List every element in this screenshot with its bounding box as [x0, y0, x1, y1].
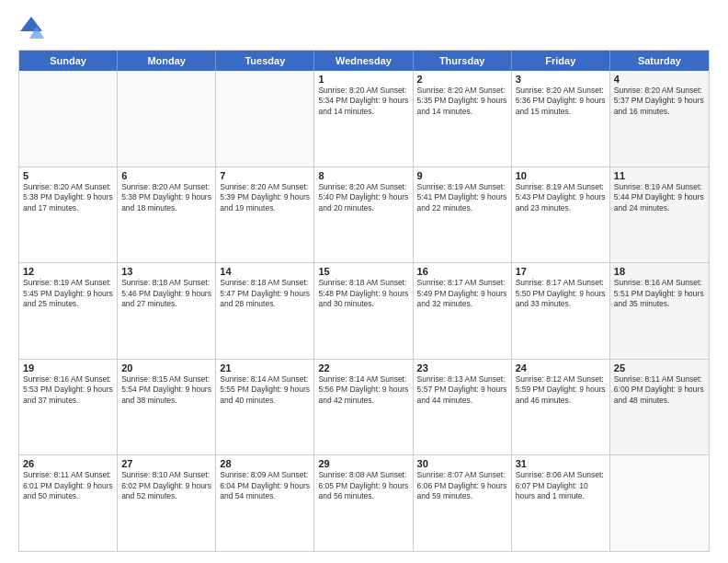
- day-info: Sunrise: 8:19 AM Sunset: 5:45 PM Dayligh…: [23, 278, 113, 309]
- day-number: 7: [220, 170, 310, 181]
- day-cell-8: 8Sunrise: 8:20 AM Sunset: 5:40 PM Daylig…: [314, 167, 413, 263]
- day-info: Sunrise: 8:16 AM Sunset: 5:53 PM Dayligh…: [23, 374, 113, 406]
- day-info: Sunrise: 8:20 AM Sunset: 5:38 PM Dayligh…: [121, 182, 211, 213]
- day-number: 18: [614, 266, 705, 277]
- day-cell-20: 20Sunrise: 8:15 AM Sunset: 5:54 PM Dayli…: [118, 360, 216, 455]
- day-cell-16: 16Sunrise: 8:17 AM Sunset: 5:49 PM Dayli…: [414, 263, 512, 359]
- day-cell-27: 27Sunrise: 8:10 AM Sunset: 6:02 PM Dayli…: [118, 455, 216, 551]
- header-day-monday: Monday: [118, 51, 216, 71]
- day-info: Sunrise: 8:17 AM Sunset: 5:49 PM Dayligh…: [417, 278, 507, 309]
- day-number: 3: [516, 74, 606, 85]
- day-cell-30: 30Sunrise: 8:07 AM Sunset: 6:06 PM Dayli…: [414, 455, 512, 551]
- day-info: Sunrise: 8:19 AM Sunset: 5:44 PM Dayligh…: [614, 182, 705, 213]
- day-info: Sunrise: 8:14 AM Sunset: 5:55 PM Dayligh…: [220, 374, 310, 406]
- logo: [18, 15, 48, 40]
- empty-cell: [118, 71, 216, 167]
- day-info: Sunrise: 8:17 AM Sunset: 5:50 PM Dayligh…: [516, 278, 606, 309]
- day-info: Sunrise: 8:18 AM Sunset: 5:46 PM Dayligh…: [121, 278, 211, 309]
- day-info: Sunrise: 8:16 AM Sunset: 5:51 PM Dayligh…: [614, 278, 705, 309]
- calendar: SundayMondayTuesdayWednesdayThursdayFrid…: [18, 50, 710, 552]
- day-info: Sunrise: 8:19 AM Sunset: 5:43 PM Dayligh…: [516, 182, 606, 213]
- day-number: 29: [318, 458, 408, 469]
- day-info: Sunrise: 8:18 AM Sunset: 5:48 PM Dayligh…: [318, 278, 408, 309]
- empty-cell: [19, 71, 118, 167]
- calendar-body: 1Sunrise: 8:20 AM Sunset: 5:34 PM Daylig…: [19, 71, 709, 551]
- day-number: 30: [417, 458, 507, 469]
- day-info: Sunrise: 8:11 AM Sunset: 6:01 PM Dayligh…: [23, 470, 113, 501]
- day-cell-12: 12Sunrise: 8:19 AM Sunset: 5:45 PM Dayli…: [19, 263, 118, 359]
- day-cell-26: 26Sunrise: 8:11 AM Sunset: 6:01 PM Dayli…: [19, 455, 118, 551]
- header-day-friday: Friday: [512, 51, 610, 71]
- day-info: Sunrise: 8:08 AM Sunset: 6:05 PM Dayligh…: [318, 470, 408, 501]
- day-cell-5: 5Sunrise: 8:20 AM Sunset: 5:38 PM Daylig…: [19, 167, 118, 263]
- day-cell-1: 1Sunrise: 8:20 AM Sunset: 5:34 PM Daylig…: [314, 71, 413, 167]
- calendar-row-1: 1Sunrise: 8:20 AM Sunset: 5:34 PM Daylig…: [19, 71, 709, 167]
- header-day-thursday: Thursday: [414, 51, 512, 71]
- day-cell-22: 22Sunrise: 8:14 AM Sunset: 5:56 PM Dayli…: [314, 360, 413, 455]
- day-cell-2: 2Sunrise: 8:20 AM Sunset: 5:35 PM Daylig…: [414, 71, 512, 167]
- day-info: Sunrise: 8:10 AM Sunset: 6:02 PM Dayligh…: [121, 470, 211, 501]
- day-info: Sunrise: 8:20 AM Sunset: 5:37 PM Dayligh…: [614, 86, 705, 117]
- day-info: Sunrise: 8:11 AM Sunset: 6:00 PM Dayligh…: [614, 374, 705, 406]
- day-info: Sunrise: 8:20 AM Sunset: 5:36 PM Dayligh…: [516, 86, 606, 117]
- header-day-sunday: Sunday: [19, 51, 118, 71]
- day-number: 5: [23, 170, 113, 181]
- svg-marker-0: [20, 17, 42, 31]
- day-cell-23: 23Sunrise: 8:13 AM Sunset: 5:57 PM Dayli…: [414, 360, 512, 455]
- day-number: 21: [220, 362, 310, 373]
- day-cell-15: 15Sunrise: 8:18 AM Sunset: 5:48 PM Dayli…: [314, 263, 413, 359]
- day-number: 17: [516, 266, 606, 277]
- header-day-wednesday: Wednesday: [314, 51, 413, 71]
- day-info: Sunrise: 8:12 AM Sunset: 5:59 PM Dayligh…: [516, 374, 606, 406]
- header: [18, 15, 710, 40]
- day-cell-28: 28Sunrise: 8:09 AM Sunset: 6:04 PM Dayli…: [216, 455, 314, 551]
- day-info: Sunrise: 8:20 AM Sunset: 5:35 PM Dayligh…: [417, 86, 507, 117]
- day-number: 4: [614, 74, 705, 85]
- day-info: Sunrise: 8:14 AM Sunset: 5:56 PM Dayligh…: [318, 374, 408, 406]
- day-number: 12: [23, 266, 113, 277]
- day-info: Sunrise: 8:20 AM Sunset: 5:38 PM Dayligh…: [23, 182, 113, 213]
- day-number: 31: [516, 458, 606, 469]
- header-day-tuesday: Tuesday: [216, 51, 314, 71]
- day-cell-7: 7Sunrise: 8:20 AM Sunset: 5:39 PM Daylig…: [216, 167, 314, 263]
- day-cell-10: 10Sunrise: 8:19 AM Sunset: 5:43 PM Dayli…: [512, 167, 610, 263]
- day-number: 26: [23, 458, 113, 469]
- day-number: 11: [614, 170, 705, 181]
- day-info: Sunrise: 8:19 AM Sunset: 5:41 PM Dayligh…: [417, 182, 507, 213]
- day-cell-9: 9Sunrise: 8:19 AM Sunset: 5:41 PM Daylig…: [414, 167, 512, 263]
- day-info: Sunrise: 8:13 AM Sunset: 5:57 PM Dayligh…: [417, 374, 507, 406]
- day-info: Sunrise: 8:20 AM Sunset: 5:39 PM Dayligh…: [220, 182, 310, 213]
- day-cell-24: 24Sunrise: 8:12 AM Sunset: 5:59 PM Dayli…: [512, 360, 610, 455]
- day-number: 1: [318, 74, 408, 85]
- day-cell-21: 21Sunrise: 8:14 AM Sunset: 5:55 PM Dayli…: [216, 360, 314, 455]
- day-cell-19: 19Sunrise: 8:16 AM Sunset: 5:53 PM Dayli…: [19, 360, 118, 455]
- day-cell-18: 18Sunrise: 8:16 AM Sunset: 5:51 PM Dayli…: [610, 263, 709, 359]
- day-number: 15: [318, 266, 408, 277]
- empty-cell: [610, 455, 709, 551]
- day-number: 19: [23, 362, 113, 373]
- day-number: 16: [417, 266, 507, 277]
- day-cell-13: 13Sunrise: 8:18 AM Sunset: 5:46 PM Dayli…: [118, 263, 216, 359]
- day-number: 2: [417, 74, 507, 85]
- day-info: Sunrise: 8:20 AM Sunset: 5:34 PM Dayligh…: [318, 86, 408, 117]
- logo-icon: [18, 15, 44, 40]
- day-number: 8: [318, 170, 408, 181]
- day-info: Sunrise: 8:09 AM Sunset: 6:04 PM Dayligh…: [220, 470, 310, 501]
- day-cell-25: 25Sunrise: 8:11 AM Sunset: 6:00 PM Dayli…: [610, 360, 709, 455]
- page: SundayMondayTuesdayWednesdayThursdayFrid…: [0, 0, 728, 563]
- day-number: 25: [614, 362, 705, 373]
- day-info: Sunrise: 8:15 AM Sunset: 5:54 PM Dayligh…: [121, 374, 211, 406]
- day-number: 24: [516, 362, 606, 373]
- empty-cell: [216, 71, 314, 167]
- calendar-row-3: 12Sunrise: 8:19 AM Sunset: 5:45 PM Dayli…: [19, 262, 709, 359]
- day-cell-3: 3Sunrise: 8:20 AM Sunset: 5:36 PM Daylig…: [512, 71, 610, 167]
- day-number: 9: [417, 170, 507, 181]
- day-cell-14: 14Sunrise: 8:18 AM Sunset: 5:47 PM Dayli…: [216, 263, 314, 359]
- day-number: 14: [220, 266, 310, 277]
- calendar-row-5: 26Sunrise: 8:11 AM Sunset: 6:01 PM Dayli…: [19, 454, 709, 551]
- day-number: 10: [516, 170, 606, 181]
- day-number: 28: [220, 458, 310, 469]
- day-info: Sunrise: 8:18 AM Sunset: 5:47 PM Dayligh…: [220, 278, 310, 309]
- day-cell-11: 11Sunrise: 8:19 AM Sunset: 5:44 PM Dayli…: [610, 167, 709, 263]
- day-number: 22: [318, 362, 408, 373]
